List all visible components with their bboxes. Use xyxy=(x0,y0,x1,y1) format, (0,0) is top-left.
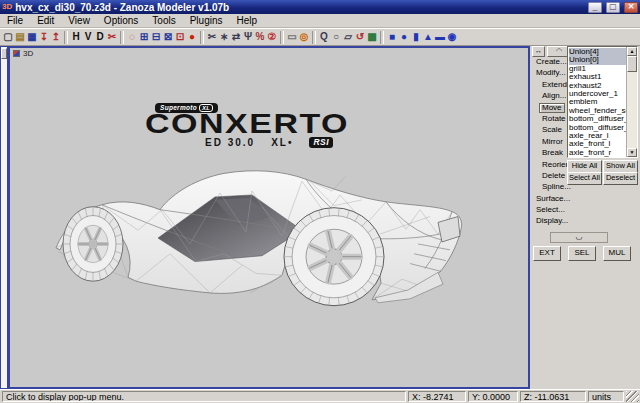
menu-options[interactable]: Options xyxy=(97,15,145,27)
app-window: 3D hvx_cx_di30_70.z3d - Zanoza Modeler v… xyxy=(0,0,640,403)
freehand-cut-icon[interactable]: ✂ xyxy=(106,30,118,44)
car-wireframe-model xyxy=(10,48,528,387)
zoom-circle-icon[interactable]: ○ xyxy=(330,30,342,44)
panel-menu-display[interactable]: Display... xyxy=(533,216,571,226)
rear-wheel xyxy=(284,208,384,306)
panel-menu-scale[interactable]: Scale xyxy=(539,125,565,135)
viewport-tab-label: 3D xyxy=(23,49,33,58)
star-tool-icon[interactable]: ∗ xyxy=(218,30,230,44)
menu-edit[interactable]: Edit xyxy=(30,15,61,27)
hidden-lines-button[interactable]: H xyxy=(70,30,82,44)
rect-select-icon[interactable]: ▭ xyxy=(286,30,298,44)
mul-mode-button[interactable]: MUL xyxy=(603,246,631,261)
torus-primitive-icon[interactable]: ◉ xyxy=(446,30,458,44)
minimize-button[interactable]: _ xyxy=(588,2,602,13)
cylinder-primitive-icon[interactable]: ▮ xyxy=(410,30,422,44)
control-panel: ↔ ◠ Create...Modify...Extended...Align..… xyxy=(530,46,640,389)
sel-mode-button[interactable]: SEL xyxy=(568,246,596,261)
strip-collapse-button[interactable] xyxy=(1,48,7,59)
menu-file[interactable]: File xyxy=(0,15,30,27)
main-area: 3D SupermotoXL CONXERTO ED 30.0 XL• RSI xyxy=(0,46,640,389)
panel-menu-delete[interactable]: Delete xyxy=(539,171,568,181)
status-z-coordinate: Z: -11.0631 xyxy=(520,391,586,402)
percent-tool-icon[interactable]: % xyxy=(254,30,266,44)
object-list: Union[4]Union[0]grill1exhaust1exhaust2un… xyxy=(568,47,626,157)
new-file-icon[interactable]: ▢ xyxy=(2,30,14,44)
zoom-page-icon[interactable]: ▱ xyxy=(342,30,354,44)
status-bar: Click to display pop-up menu. X: -8.2741… xyxy=(0,389,640,403)
sphere-primitive-icon[interactable]: ● xyxy=(398,30,410,44)
title-bar: 3D hvx_cx_di30_70.z3d - Zanoza Modeler v… xyxy=(0,0,640,14)
menu-bar: FileEditViewOptionsToolsPluginsHelp xyxy=(0,14,640,28)
object-list-item[interactable]: axle_front_r xyxy=(569,149,626,157)
status-x-coordinate: X: -8.2741 xyxy=(408,391,466,402)
viewport-tab-icon xyxy=(13,50,20,57)
scroll-up-button[interactable]: ▲ xyxy=(627,47,637,56)
scroll-thumb[interactable] xyxy=(627,56,637,72)
cone-primitive-icon[interactable]: ▲ xyxy=(422,30,434,44)
panel-collapse-bottom-button[interactable]: ◡ xyxy=(550,232,608,243)
panel-menu-break[interactable]: Break xyxy=(539,148,566,158)
panel-menu-modify[interactable]: Modify... xyxy=(533,68,569,78)
viewport-layout-2-icon[interactable]: ⊟ xyxy=(150,30,162,44)
status-message: Click to display pop-up menu. xyxy=(2,391,406,402)
scissors-icon[interactable]: ✂ xyxy=(206,30,218,44)
vertices-button[interactable]: V xyxy=(82,30,94,44)
export-icon[interactable]: ↥ xyxy=(50,30,62,44)
import-icon[interactable]: ↧ xyxy=(38,30,50,44)
panel-menu-create[interactable]: Create... xyxy=(533,57,570,67)
save-icon[interactable]: ▦ xyxy=(26,30,38,44)
person-icon[interactable]: Ψ xyxy=(242,30,254,44)
window-title: hvx_cx_di30_70.z3d - Zanoza Modeler v1.0… xyxy=(15,2,584,13)
menu-tools[interactable]: Tools xyxy=(145,15,182,27)
maximize-button[interactable]: ▢ xyxy=(606,2,620,13)
target-icon[interactable]: ◎ xyxy=(298,30,310,44)
side-splitter-strip[interactable] xyxy=(0,46,8,389)
panel-menu-surface[interactable]: Surface... xyxy=(533,194,573,204)
panel-menu-move[interactable]: Move xyxy=(539,103,565,113)
logo-title: CONXERTO xyxy=(145,111,369,136)
ellipsoid-primitive-icon[interactable]: ▬ xyxy=(434,30,446,44)
refresh-view-icon[interactable]: ↺ xyxy=(354,30,366,44)
menu-help[interactable]: Help xyxy=(230,15,265,27)
status-units: units xyxy=(588,391,624,402)
object-list-area: Union[4]Union[0]grill1exhaust1exhaust2un… xyxy=(567,46,638,158)
scroll-down-button[interactable]: ▼ xyxy=(627,148,637,157)
circled-2-icon[interactable]: ② xyxy=(266,30,278,44)
texture-view-icon[interactable]: ▩ xyxy=(366,30,378,44)
open-folder-icon[interactable]: ▤ xyxy=(14,30,26,44)
panel-menu-rotate[interactable]: Rotate xyxy=(539,114,569,124)
panel-menu: Create...Modify...Extended...Align...Mov… xyxy=(533,57,567,228)
deselect-button[interactable]: Deselect xyxy=(603,172,638,185)
flip-tool-icon[interactable]: ⇄ xyxy=(230,30,242,44)
menu-plugins[interactable]: Plugins xyxy=(183,15,230,27)
list-scrollbar[interactable]: ▲ ▼ xyxy=(626,47,637,157)
ext-mode-button[interactable]: EXT xyxy=(533,246,561,261)
resize-grip[interactable] xyxy=(626,391,639,402)
diagonals-button[interactable]: D xyxy=(94,30,106,44)
toolbar-separator xyxy=(312,31,316,44)
main-toolbar: ▢▤▦↧↥HVD✂◌⊞⊟⊠⊡●✂∗⇄Ψ%②▭◎Q○▱↺▩■●▮▲▬◉ xyxy=(0,28,640,46)
conxerto-logo: SupermotoXL CONXERTO ED 30.0 XL• RSI xyxy=(145,100,369,148)
status-y-coordinate: Y: 0.0000 xyxy=(468,391,518,402)
app-icon: 3D xyxy=(2,2,12,12)
render-sphere-icon[interactable]: ● xyxy=(186,30,198,44)
viewport-3d[interactable]: 3D SupermotoXL CONXERTO ED 30.0 XL• RSI xyxy=(8,46,530,389)
close-button[interactable]: ✕ xyxy=(624,2,638,13)
panel-menu-mirror[interactable]: Mirror xyxy=(539,137,566,147)
lasso-select-icon[interactable]: ◌ xyxy=(126,30,138,44)
cube-primitive-icon[interactable]: ■ xyxy=(386,30,398,44)
toolbar-separator xyxy=(120,31,124,44)
toolbar-separator xyxy=(280,31,284,44)
zoom-icon[interactable]: Q xyxy=(318,30,330,44)
menu-view[interactable]: View xyxy=(61,15,97,27)
viewport-tab[interactable]: 3D xyxy=(13,49,33,58)
panel-menu-select[interactable]: Select... xyxy=(533,205,568,215)
select-all-button[interactable]: Select All xyxy=(567,172,602,185)
viewport-layout-3-icon[interactable]: ⊠ xyxy=(162,30,174,44)
viewport-layout-4-icon[interactable]: ⊡ xyxy=(174,30,186,44)
viewport-layout-1-icon[interactable]: ⊞ xyxy=(138,30,150,44)
toolbar-separator xyxy=(200,31,204,44)
panel-menu-align[interactable]: Align... xyxy=(539,91,569,101)
panel-splitter-button[interactable]: ↔ xyxy=(532,46,545,57)
